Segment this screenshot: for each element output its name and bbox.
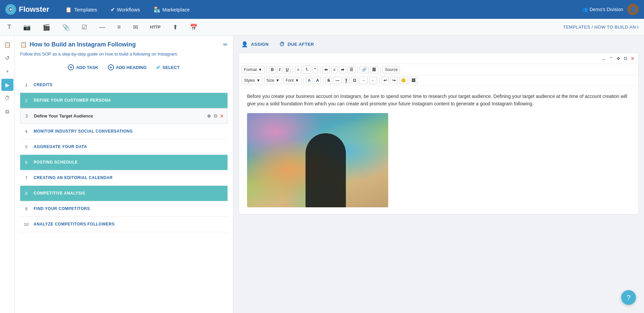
special-char-button[interactable]: Ω (351, 77, 358, 84)
blockquote-button[interactable]: " (312, 66, 318, 73)
breadcrumb: TEMPLATES / HOW TO BUILD AN I (563, 25, 639, 30)
task-row[interactable]: 7 CREATING AN EDITORIAL CALENDAR (20, 170, 228, 186)
size-select[interactable]: Size ▼ (264, 77, 282, 84)
source-button[interactable]: Source (383, 66, 400, 73)
list-tool-icon[interactable]: ≡ (115, 22, 123, 33)
align-center-button[interactable]: ≡ (331, 66, 337, 73)
unlink-button[interactable]: ⛓ (370, 66, 378, 73)
avatar[interactable]: 👤 (627, 4, 639, 15)
toolbar-sep2 (293, 66, 293, 73)
redo-button[interactable]: ↪ (390, 77, 398, 84)
side-icon-clipboard[interactable]: 📋 (1, 38, 13, 50)
bold-button[interactable]: B (269, 66, 276, 73)
task-row[interactable]: 4 MONITOR INDUSTRY SOCIAL CONVERSATIONS (20, 124, 228, 139)
video-tool-icon[interactable]: 🎬 (41, 22, 52, 33)
collapse-down-icon[interactable]: ⌄ (601, 55, 607, 62)
font-bg-color-button[interactable]: A (314, 77, 321, 84)
add-heading-plus-icon: + (108, 64, 114, 70)
text-tool-icon[interactable]: T (5, 22, 13, 33)
editor-text: Before you create your business account … (247, 93, 630, 108)
task-row[interactable]: 9 FIND YOUR COMPETITORS (20, 201, 228, 217)
logo[interactable]: Flowster (5, 4, 49, 15)
underline-button[interactable]: U (284, 66, 291, 73)
italic-button[interactable]: I (277, 66, 282, 73)
clear-format-button[interactable]: T̲ (343, 77, 350, 84)
user-division[interactable]: 👥 Demo's Division (582, 7, 623, 12)
task-row-editing[interactable]: 3 ✥ ⧉ ✕ (20, 108, 228, 124)
source-label: Source (385, 67, 398, 72)
task-row[interactable]: 6 POSTING SCHEDULE (20, 155, 228, 170)
divider-tool-icon[interactable]: — (97, 22, 107, 33)
task-row[interactable]: 2 DEFINE YOUR CUSTOMER PERSONA (20, 93, 228, 108)
assign-button[interactable]: 👤 ASSIGN (241, 41, 269, 47)
undo-button[interactable]: ↩ (381, 77, 389, 84)
font-color-button[interactable]: A (306, 77, 313, 84)
font-select[interactable]: Font ▼ (283, 77, 301, 84)
task-actions: ✥ ⧉ ✕ (206, 112, 227, 119)
nav-marketplace[interactable]: 🏪 Marketplace (151, 5, 193, 14)
logo-icon (5, 4, 16, 15)
strikethrough-button[interactable]: S (325, 77, 332, 84)
top-nav: Flowster 📋 Templates ✔ Workflows 🏪 Marke… (0, 0, 644, 19)
due-after-button[interactable]: ⏱ DUE AFTER (279, 41, 314, 47)
task-edit-input[interactable] (33, 112, 206, 120)
http-tool-icon[interactable]: HTTP (148, 23, 163, 32)
ordered-list-button[interactable]: ⒈ (303, 65, 311, 74)
toolbar-sep1 (267, 66, 267, 73)
align-justify-button[interactable]: ☰ (348, 66, 355, 73)
styles-dropdown-icon: ▼ (256, 78, 260, 83)
email-tool-icon[interactable]: ✉ (131, 22, 140, 33)
task-row[interactable]: 1 CREDITS (20, 77, 228, 93)
panel-header: 📋 How to Build an Instagram Following ✏ (20, 41, 228, 48)
side-icon-copy[interactable]: ⧉ (1, 106, 13, 118)
add-heading-button[interactable]: + ADD HEADING (105, 63, 150, 72)
help-button[interactable]: ? (621, 290, 636, 305)
task-row[interactable]: 5 AGGREGATE YOUR DATA (20, 139, 228, 155)
nav-templates[interactable]: 📋 Templates (63, 5, 99, 14)
task-num: 3 (21, 113, 33, 118)
insert-image-button[interactable]: 🖼 (409, 77, 417, 84)
link-button[interactable]: 🔗 (360, 66, 369, 73)
duplicate-icon[interactable]: ⧉ (213, 112, 218, 119)
nav-workflows[interactable]: ✔ Workflows (108, 5, 143, 14)
close-editor-icon[interactable]: ✕ (630, 55, 636, 62)
move-icon[interactable]: ✥ (615, 55, 621, 62)
outdent-button[interactable]: ← (369, 77, 377, 84)
align-left-button[interactable]: ⬅ (322, 66, 330, 73)
add-task-button[interactable]: + ADD TASK (65, 63, 101, 72)
task-row[interactable]: 10 ANALYZE COMPETITORS FOLLOWERS (20, 217, 228, 232)
editor-content[interactable]: Before you create your business account … (239, 86, 638, 214)
indent-button[interactable]: → (360, 77, 368, 84)
side-icon-plus[interactable]: ＋ (1, 65, 13, 77)
calendar-tool-icon[interactable]: 📅 (188, 22, 199, 33)
select-button[interactable]: ✔ SELECT (153, 63, 182, 72)
task-row[interactable]: 8 COMPETITIVE ANALYSIS (20, 186, 228, 201)
align-right-button[interactable]: ➡ (339, 66, 346, 73)
task-num: 9 (20, 206, 32, 211)
unordered-list-button[interactable]: ≡ (295, 66, 301, 73)
font-dropdown-icon: ▼ (295, 78, 299, 83)
collapse-up-icon[interactable]: ⌃ (608, 55, 614, 62)
select-label: SELECT (162, 65, 179, 70)
task-num: 6 (20, 160, 32, 165)
drag-handle-icon[interactable]: ✥ (206, 113, 212, 119)
people-icon: 👥 (582, 7, 588, 12)
attachment-tool-icon[interactable]: 📎 (60, 22, 72, 33)
checkbox-tool-icon[interactable]: ☑ (80, 22, 89, 33)
side-icon-refresh[interactable]: ↺ (1, 52, 13, 64)
emoji-button[interactable]: 🙂 (399, 77, 408, 84)
task-list: 1 CREDITS 2 DEFINE YOUR CUSTOMER PERSONA… (20, 77, 228, 232)
side-icon-play[interactable]: ▶ (1, 79, 13, 91)
panel-description: Follow this SOP as a step-by-step guide … (20, 51, 228, 58)
image-tool-icon[interactable]: 📷 (21, 22, 33, 33)
assign-row: 👤 ASSIGN ⏱ DUE AFTER (239, 41, 639, 47)
hr-button[interactable]: — (333, 77, 341, 84)
format-select[interactable]: Format ▼ (242, 66, 265, 73)
styles-select[interactable]: Styles ▼ (242, 77, 263, 84)
panel-edit-icon[interactable]: ✏ (223, 41, 228, 48)
close-task-icon[interactable]: ✕ (219, 113, 225, 119)
side-icon-clock[interactable]: ⏱ (1, 92, 13, 104)
marketplace-icon: 🏪 (154, 6, 160, 13)
upload-tool-icon[interactable]: ⬆ (171, 22, 180, 33)
copy-icon[interactable]: ⧉ (623, 55, 628, 62)
